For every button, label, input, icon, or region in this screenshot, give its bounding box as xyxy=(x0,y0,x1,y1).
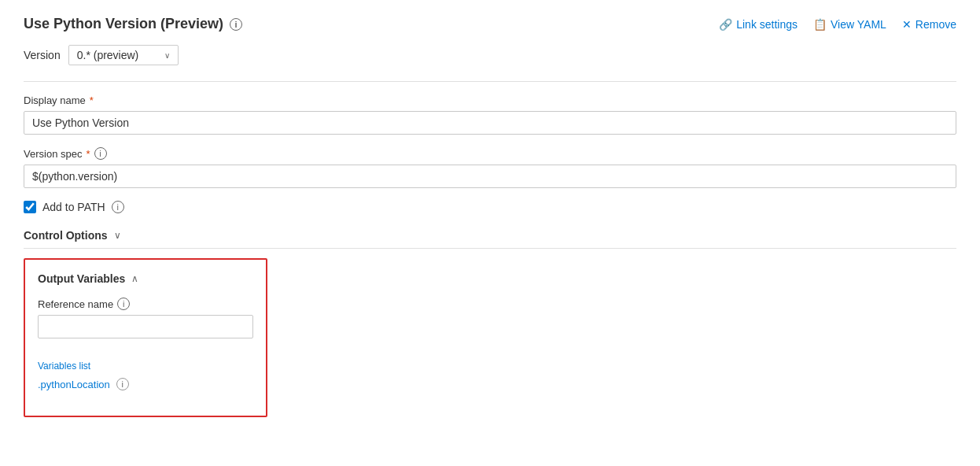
link-settings-button[interactable]: 🔗 Link settings xyxy=(719,18,798,31)
view-yaml-button[interactable]: 📋 View YAML xyxy=(813,18,886,31)
add-to-path-info-icon[interactable]: i xyxy=(112,201,124,213)
variable-name: .pythonLocation xyxy=(38,379,110,390)
control-options-header[interactable]: Control Options ∨ xyxy=(24,229,956,249)
divider-1 xyxy=(24,81,956,82)
reference-name-group: Reference name i xyxy=(38,298,253,348)
version-spec-info-icon[interactable]: i xyxy=(94,147,107,160)
close-icon: ✕ xyxy=(902,18,912,31)
display-name-required: * xyxy=(90,94,94,106)
header-row: Use Python Version (Preview) i 🔗 Link se… xyxy=(24,16,956,32)
version-select[interactable]: 0.* (preview) ∨ xyxy=(68,45,179,65)
header-actions: 🔗 Link settings 📋 View YAML ✕ Remove xyxy=(719,18,956,31)
variable-item: .pythonLocation i xyxy=(38,378,253,390)
reference-name-input[interactable] xyxy=(38,315,253,338)
control-options-chevron-icon: ∨ xyxy=(114,230,121,241)
control-options-title: Control Options xyxy=(24,229,108,242)
display-name-input[interactable] xyxy=(24,111,956,135)
title-info-icon[interactable]: i xyxy=(230,18,242,31)
variables-list-label: Variables list xyxy=(38,361,253,372)
display-name-label: Display name * xyxy=(24,94,956,106)
yaml-icon: 📋 xyxy=(813,18,827,31)
add-to-path-row: Add to PATH i xyxy=(24,201,956,213)
display-name-group: Display name * xyxy=(24,94,956,135)
reference-name-label: Reference name i xyxy=(38,298,253,310)
page-title-text: Use Python Version (Preview) xyxy=(24,16,223,32)
output-variables-title: Output Variables xyxy=(38,272,125,285)
version-chevron-icon: ∨ xyxy=(164,51,170,60)
page-title: Use Python Version (Preview) i xyxy=(24,16,242,32)
version-label: Version xyxy=(24,49,61,61)
variables-list-group: Variables list .pythonLocation i xyxy=(38,361,253,390)
remove-button[interactable]: ✕ Remove xyxy=(902,18,956,31)
version-spec-label: Version spec * i xyxy=(24,147,956,160)
link-icon: 🔗 xyxy=(719,18,732,31)
version-spec-group: Version spec * i xyxy=(24,147,956,188)
add-to-path-checkbox[interactable] xyxy=(24,201,36,213)
output-variables-header[interactable]: Output Variables ∧ xyxy=(38,272,253,285)
version-spec-required: * xyxy=(86,148,90,160)
add-to-path-label[interactable]: Add to PATH xyxy=(42,201,105,213)
output-variables-chevron-icon: ∧ xyxy=(131,273,138,284)
version-value: 0.* (preview) xyxy=(77,49,139,61)
reference-name-info-icon[interactable]: i xyxy=(117,298,130,310)
variable-info-icon[interactable]: i xyxy=(116,378,129,390)
version-row: Version 0.* (preview) ∨ xyxy=(24,45,956,65)
output-variables-box: Output Variables ∧ Reference name i Vari… xyxy=(24,258,267,417)
version-spec-input[interactable] xyxy=(24,165,956,188)
